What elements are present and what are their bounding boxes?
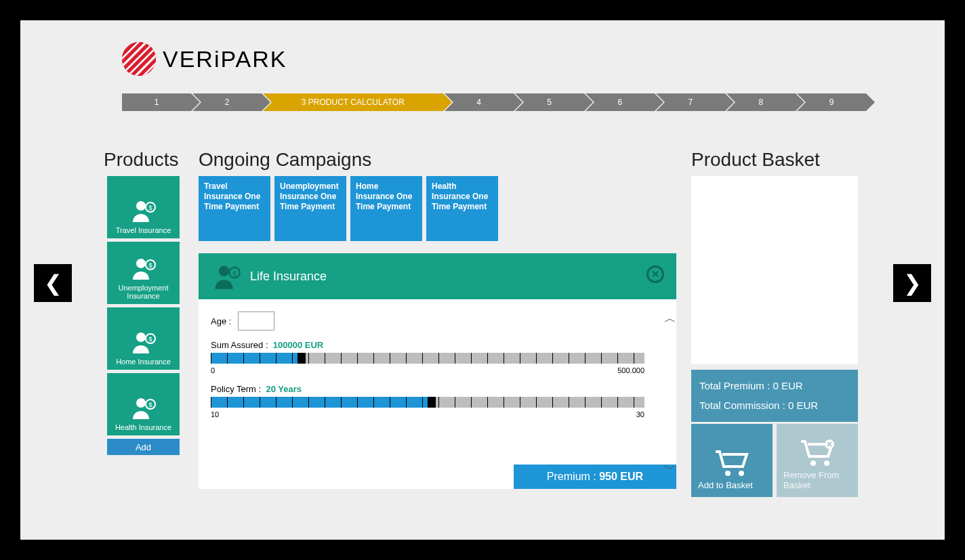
person-money-icon: $ [130, 257, 157, 280]
wizard-step-9[interactable]: 9 [797, 93, 866, 111]
slider-thumb-icon[interactable] [297, 353, 306, 364]
app-frame: VERiPARK 1 2 3 PRODUCT CALCULATOR 4 5 6 … [20, 20, 945, 540]
sum-assured-field: Sum Assured : 100000 EUR 0500.000 [211, 340, 676, 374]
wizard-step-4[interactable]: 4 [445, 93, 514, 111]
add-product-button[interactable]: Add [107, 439, 180, 455]
wizard-step-8[interactable]: 8 [726, 93, 796, 111]
person-money-icon: $ [212, 263, 242, 289]
age-field: Age : [211, 311, 676, 330]
product-tile-home[interactable]: $ Home Insurance [107, 307, 180, 370]
wizard-step-1[interactable]: 1 [122, 93, 191, 111]
brand-logo: VERiPARK [122, 42, 287, 76]
policy-term-field: Policy Term : 20 Years 1030 [211, 384, 676, 418]
basket-heading: Product Basket [691, 149, 820, 171]
sum-range: 0500.000 [211, 366, 644, 374]
svg-text:$: $ [148, 204, 152, 211]
calculator-title: Life Insurance [250, 270, 327, 284]
wizard-step-2[interactable]: 2 [192, 93, 262, 111]
campaign-tile[interactable]: Travel Insurance One Time Payment [199, 176, 270, 241]
product-label: Home Insurance [116, 358, 171, 366]
wizard-breadcrumb: 1 2 3 PRODUCT CALCULATOR 4 5 6 7 8 9 [122, 93, 867, 111]
age-label: Age : [211, 316, 231, 326]
svg-text:$: $ [148, 336, 152, 343]
premium-display: Premium : 950 EUR [514, 465, 676, 489]
person-money-icon: $ [130, 330, 157, 353]
product-tile-unemployment[interactable]: $ Unemployment Insurance [107, 242, 180, 304]
slider-thumb-icon[interactable] [428, 397, 436, 408]
svg-point-9 [136, 398, 146, 408]
brand-logo-icon [122, 42, 156, 76]
campaign-tile[interactable]: Health Insurance One Time Payment [426, 176, 498, 241]
close-icon[interactable]: ✕ [646, 265, 664, 283]
calculator-body: Age : Sum Assured : 100000 EUR 0500.000 … [199, 299, 676, 489]
svg-point-16 [739, 471, 744, 476]
campaigns-heading: Ongoing Campaigns [199, 149, 371, 171]
svg-point-0 [136, 201, 146, 211]
campaign-tile[interactable]: Home Insurance One Time Payment [350, 176, 422, 241]
remove-from-basket-button[interactable]: Remove From Basket [777, 424, 858, 497]
product-tile-travel[interactable]: $ Travel Insurance [107, 176, 180, 238]
sum-label: Sum Assured : [211, 340, 268, 350]
wizard-step-5[interactable]: 5 [515, 93, 584, 111]
basket-list [691, 176, 858, 364]
cart-remove-icon [783, 436, 851, 470]
next-page-button[interactable]: ❯ [893, 264, 931, 302]
wizard-step-6[interactable]: 6 [586, 93, 655, 111]
products-column: $ Travel Insurance $ Unemployment Insura… [107, 176, 180, 455]
prev-page-button[interactable]: ❮ [34, 264, 72, 302]
term-slider[interactable] [211, 397, 644, 408]
calculator-header: $ Life Insurance ✕ [199, 253, 676, 299]
products-heading: Products [104, 149, 179, 171]
svg-text:$: $ [232, 270, 237, 277]
term-value: 20 Years [266, 384, 302, 394]
svg-text:$: $ [148, 262, 152, 269]
term-range: 1030 [211, 410, 644, 418]
age-input[interactable] [238, 311, 274, 330]
svg-text:$: $ [148, 402, 152, 408]
person-money-icon: $ [130, 396, 157, 419]
svg-point-3 [136, 259, 146, 268]
cart-icon [698, 446, 766, 480]
product-label: Travel Insurance [116, 226, 171, 234]
product-tile-health[interactable]: $ Health Insurance [107, 373, 180, 435]
basket-totals: Total Premium : 0 EUR Total Commission :… [691, 370, 858, 422]
product-label: Unemployment Insurance [107, 284, 180, 300]
scroll-up-icon[interactable]: ︿ [664, 310, 676, 326]
basket-buttons: Add to Basket Remove From Basket [691, 424, 858, 497]
svg-point-17 [810, 460, 816, 466]
calculator-panel: $ Life Insurance ✕ Age : Sum Assured : 1… [199, 253, 676, 489]
sum-value: 100000 EUR [273, 340, 323, 350]
campaign-tile[interactable]: Unemployment Insurance One Time Payment [274, 176, 346, 241]
term-label: Policy Term : [211, 384, 261, 394]
sum-slider[interactable] [211, 353, 644, 364]
svg-point-18 [824, 460, 829, 466]
campaigns-row: Travel Insurance One Time Payment Unempl… [199, 176, 498, 241]
svg-point-6 [136, 332, 146, 342]
person-money-icon: $ [130, 199, 157, 222]
brand-name: VERiPARK [163, 46, 287, 72]
product-label: Health Insurance [115, 423, 171, 431]
wizard-step-7[interactable]: 7 [656, 93, 725, 111]
scroll-down-icon[interactable]: ﹀ [664, 460, 676, 477]
wizard-step-3[interactable]: 3 PRODUCT CALCULATOR [263, 93, 443, 111]
svg-point-12 [219, 266, 229, 276]
add-to-basket-button[interactable]: Add to Basket [691, 424, 773, 497]
svg-point-15 [725, 471, 731, 476]
